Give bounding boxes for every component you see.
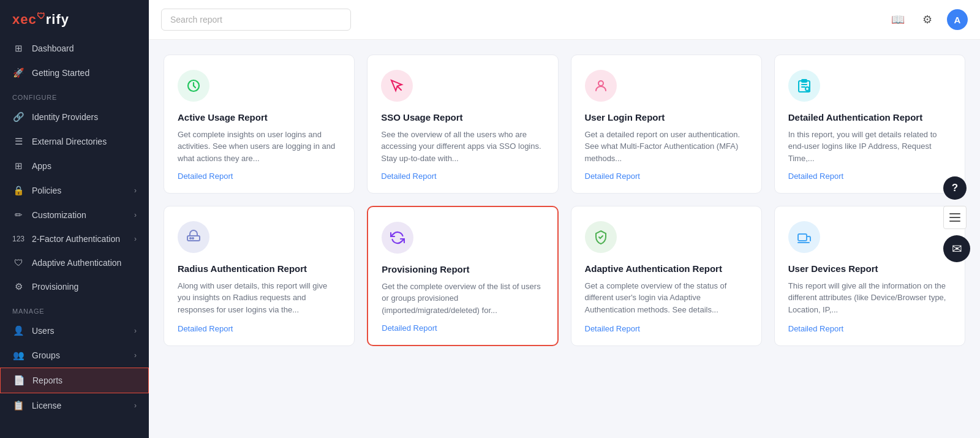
sidebar-item-provisioning[interactable]: ⚙ Provisioning: [0, 274, 149, 299]
card-icon-radius-auth: [178, 221, 209, 253]
sidebar-item-customization[interactable]: ✏ Customization ›: [0, 203, 149, 227]
configure-section-label: Configure: [0, 85, 149, 105]
license-arrow: ›: [134, 401, 137, 410]
card-link-adaptive-auth[interactable]: Detailed Report: [585, 324, 748, 333]
license-icon: 📋: [12, 400, 24, 411]
svg-rect-11: [798, 234, 807, 241]
card-desc-active-usage: Get complete insights on user logins and…: [178, 129, 341, 165]
card-icon-provisioning: [382, 222, 413, 254]
policies-icon: 🔒: [12, 185, 24, 196]
users-arrow: ›: [134, 327, 137, 335]
card-title-adaptive-auth: Adaptive Authentication Report: [585, 263, 748, 275]
gear-icon[interactable]: ⚙: [918, 10, 937, 29]
external-directories-icon: ☰: [12, 136, 24, 147]
svg-point-10: [192, 238, 194, 239]
card-desc-adaptive-auth: Get a complete overview of the status of…: [585, 280, 748, 317]
card-desc-sso-usage: See the overview of all the users who ar…: [381, 129, 544, 165]
card-title-detailed-auth: Detailed Authentication Report: [788, 111, 951, 124]
groups-arrow: ›: [134, 351, 137, 360]
top-bar: 📖 ⚙ A: [149, 0, 980, 40]
cards-grid: Active Usage Report Get complete insight…: [164, 55, 965, 346]
2fa-icon: 123: [12, 235, 24, 243]
apps-icon: ⊞: [12, 160, 24, 172]
card-link-user-devices[interactable]: Detailed Report: [788, 324, 951, 333]
cards-area: Active Usage Report Get complete insight…: [149, 40, 980, 438]
chat-button[interactable]: ✉: [943, 235, 970, 262]
sidebar-item-groups[interactable]: 👥 Groups ›: [0, 343, 149, 368]
help-button[interactable]: ?: [943, 176, 967, 200]
dashboard-icon: ⊞: [12, 43, 24, 54]
sidebar-item-license[interactable]: 📋 License ›: [0, 393, 149, 418]
provisioning-icon: ⚙: [12, 281, 24, 292]
card-desc-detailed-auth: In this report, you will get details rel…: [788, 129, 951, 165]
menu-line-2: [949, 217, 960, 218]
getting-started-icon: 🚀: [12, 67, 24, 78]
policies-arrow: ›: [134, 186, 137, 195]
svg-point-1: [598, 81, 603, 86]
reports-icon: 📄: [13, 375, 25, 386]
card-link-provisioning[interactable]: Detailed Report: [382, 323, 543, 333]
report-card-user-login[interactable]: User Login Report Get a detailed report …: [571, 55, 762, 194]
svg-point-9: [190, 238, 191, 239]
card-icon-user-login: [585, 70, 617, 102]
card-desc-provisioning: Get the complete overview of the list of…: [382, 281, 543, 317]
top-bar-right: 📖 ⚙ A: [888, 9, 968, 30]
book-icon[interactable]: 📖: [888, 10, 908, 29]
sidebar-item-2fa[interactable]: 123 2-Factor Authentication ›: [0, 227, 149, 251]
card-icon-user-devices: [788, 221, 820, 253]
sidebar-item-dashboard[interactable]: ⊞ Dashboard: [0, 36, 149, 61]
card-icon-adaptive-auth: [585, 221, 617, 253]
sidebar-item-external-directories[interactable]: ☰ External Directories: [0, 129, 149, 154]
menu-line-1: [949, 213, 960, 214]
card-icon-active-usage: [178, 70, 209, 102]
sidebar-item-adaptive-auth[interactable]: 🛡 Adaptive Authentication: [0, 251, 149, 274]
report-card-sso-usage[interactable]: SSO Usage Report See the overview of all…: [367, 55, 558, 194]
avatar[interactable]: A: [947, 9, 968, 30]
sidebar-item-users[interactable]: 👤 Users ›: [0, 319, 149, 343]
sidebar-item-policies[interactable]: 🔒 Policies ›: [0, 178, 149, 203]
sidebar-item-identity-providers[interactable]: 🔗 Identity Providers: [0, 105, 149, 129]
report-card-user-devices[interactable]: User Devices Report This report will giv…: [774, 206, 965, 346]
card-link-sso-usage[interactable]: Detailed Report: [381, 172, 544, 181]
card-title-active-usage: Active Usage Report: [178, 111, 341, 124]
groups-icon: 👥: [12, 350, 24, 361]
identity-providers-icon: 🔗: [12, 111, 24, 123]
2fa-arrow: ›: [134, 235, 137, 243]
logo: xec🛡rify: [0, 0, 149, 36]
card-title-sso-usage: SSO Usage Report: [381, 111, 544, 124]
card-title-user-login: User Login Report: [585, 111, 748, 124]
card-title-user-devices: User Devices Report: [788, 263, 951, 275]
card-desc-user-login: Get a detailed report on user authentica…: [585, 129, 748, 165]
card-link-user-login[interactable]: Detailed Report: [585, 172, 748, 181]
search-input[interactable]: [161, 9, 351, 31]
right-helpers: ? ✉: [943, 176, 970, 262]
menu-line-3: [949, 221, 960, 222]
card-link-radius-auth[interactable]: Detailed Report: [178, 324, 341, 333]
card-desc-user-devices: This report will give all the informatio…: [788, 280, 951, 317]
sidebar-item-reports[interactable]: 📄 Reports: [0, 368, 149, 393]
sidebar: xec🛡rify ⊞ Dashboard 🚀 Getting Started C…: [0, 0, 149, 438]
report-card-adaptive-auth[interactable]: Adaptive Authentication Report Get a com…: [571, 206, 762, 346]
menu-button[interactable]: [943, 206, 967, 229]
sidebar-item-getting-started[interactable]: 🚀 Getting Started: [0, 61, 149, 85]
card-icon-sso-usage: [381, 70, 413, 102]
svg-line-7: [809, 90, 810, 91]
customization-arrow: ›: [134, 211, 137, 219]
customization-icon: ✏: [12, 210, 24, 221]
sidebar-item-apps[interactable]: ⊞ Apps: [0, 154, 149, 178]
manage-section-label: Manage: [0, 299, 149, 319]
card-link-active-usage[interactable]: Detailed Report: [178, 172, 341, 181]
report-card-radius-auth[interactable]: Radius Authentication Report Along with …: [164, 206, 355, 346]
card-icon-detailed-auth: [788, 70, 820, 102]
card-title-provisioning: Provisioning Report: [382, 263, 543, 276]
report-card-detailed-auth[interactable]: Detailed Authentication Report In this r…: [774, 55, 965, 194]
adaptive-auth-icon: 🛡: [12, 257, 24, 268]
card-desc-radius-auth: Along with user details, this report wil…: [178, 280, 341, 317]
main-content: 📖 ⚙ A Active Usage Report Get complete i…: [149, 0, 980, 438]
report-card-active-usage[interactable]: Active Usage Report Get complete insight…: [164, 55, 355, 194]
card-link-detailed-auth[interactable]: Detailed Report: [788, 172, 951, 181]
card-title-radius-auth: Radius Authentication Report: [178, 263, 341, 275]
report-card-provisioning[interactable]: Provisioning Report Get the complete ove…: [367, 206, 558, 346]
search-wrapper: [161, 9, 351, 31]
users-icon: 👤: [12, 325, 24, 336]
